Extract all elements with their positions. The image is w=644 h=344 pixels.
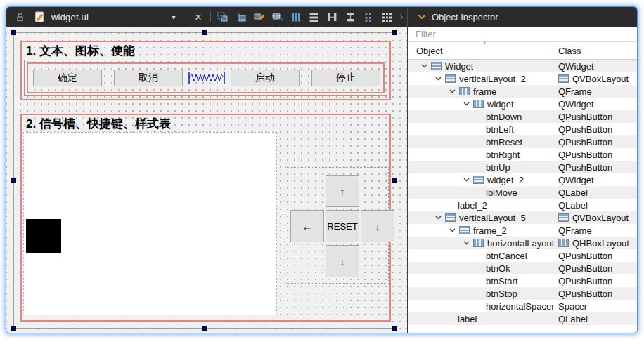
class-name: QPushButton xyxy=(558,263,612,274)
object-name: Widget xyxy=(445,61,473,72)
chevron-down-icon[interactable] xyxy=(431,77,445,81)
layout-horizontal-splitter-icon[interactable] xyxy=(326,11,339,23)
resize-handle[interactable] xyxy=(392,326,397,331)
object-class: QPushButton xyxy=(558,274,612,287)
btnRight[interactable]: ↓ xyxy=(361,210,394,242)
object-name: label_2 xyxy=(458,200,487,211)
btnUp[interactable]: ↑ xyxy=(326,175,359,207)
resize-handle[interactable] xyxy=(392,30,397,35)
chevron-down-icon[interactable] xyxy=(431,216,445,220)
chevron-down-icon[interactable] xyxy=(459,178,473,182)
tree-row-btnRight[interactable]: btnRightQPushButton xyxy=(408,148,637,161)
object-class: QFrame xyxy=(558,85,592,98)
btnReset[interactable]: RESET xyxy=(326,210,359,242)
object-class: QWidget xyxy=(558,60,594,72)
raise-widget-icon[interactable] xyxy=(234,11,247,23)
resize-handle[interactable] xyxy=(11,326,16,331)
tree-row-btnStart[interactable]: btnStartQPushButton xyxy=(408,274,637,287)
chevron-down-icon[interactable] xyxy=(459,102,473,106)
vbox-layout-icon xyxy=(558,213,569,222)
resize-handle[interactable] xyxy=(392,178,397,183)
tree-row-horizontalLayout[interactable]: horizontalLayoutQHBoxLayout xyxy=(408,237,637,249)
object-name: btnRight xyxy=(486,150,520,160)
layout-grid-icon[interactable] xyxy=(380,11,394,23)
tree-row-verticalLayout_5[interactable]: verticalLayout_5QVBoxLayout xyxy=(408,211,637,224)
btnDown[interactable]: ↓ xyxy=(326,245,359,277)
column-header-object[interactable]: Object xyxy=(416,46,443,56)
object-name: widget_2 xyxy=(487,175,524,185)
layout-form-icon[interactable] xyxy=(362,11,375,23)
chevron-down-icon[interactable] xyxy=(418,14,426,20)
titlebar-separator xyxy=(186,11,186,22)
class-name: QPushButton xyxy=(558,112,612,122)
edit-buddies-icon[interactable] xyxy=(252,11,266,23)
object-class: QVBoxLayout xyxy=(558,211,629,224)
btnLeft[interactable]: ← xyxy=(290,210,324,242)
column-header-class[interactable]: Class xyxy=(558,46,581,56)
tree-row-widget[interactable]: widgetQWidget xyxy=(408,98,637,110)
tree-row-label[interactable]: labelQLabel xyxy=(408,312,637,325)
filter-input[interactable] xyxy=(408,27,637,41)
tree-row-label_2[interactable]: label_2QLabel xyxy=(408,199,637,211)
tree-row-btnUp[interactable]: btnUpQPushButton xyxy=(408,161,637,173)
designer-window: widget.ui ▾ ✕ 123 xyxy=(6,6,638,333)
tree-row-Widget[interactable]: WidgetQWidget xyxy=(408,60,637,72)
class-name: QPushButton xyxy=(558,162,612,173)
column-divider[interactable] xyxy=(555,44,555,58)
send-to-back-icon[interactable] xyxy=(216,11,229,23)
layout-horizontal-icon[interactable] xyxy=(289,11,302,23)
object-name: btnStop xyxy=(486,289,517,299)
chevron-down-icon[interactable] xyxy=(417,64,431,68)
btnStart[interactable]: 启动 xyxy=(231,70,300,86)
object-name: verticalLayout_5 xyxy=(459,213,526,223)
resize-handle[interactable] xyxy=(202,30,207,35)
resize-handle[interactable] xyxy=(202,326,207,331)
class-name: QWidget xyxy=(558,99,594,110)
tree-row-frame_2[interactable]: frame_2QFrame xyxy=(408,224,637,237)
object-name: btnDown xyxy=(486,112,522,122)
resize-handle[interactable] xyxy=(11,178,16,183)
layout-vertical-splitter-icon[interactable] xyxy=(344,11,357,23)
btnStop[interactable]: 停止 xyxy=(311,70,380,86)
object-class: QVBoxLayout xyxy=(558,72,629,85)
object-class: QLabel xyxy=(558,312,588,325)
class-name: QWidget xyxy=(558,61,594,72)
tree-row-btnStop[interactable]: btnStopQPushButton xyxy=(408,287,637,300)
btnCancel[interactable]: 取消 xyxy=(114,70,183,86)
tree-row-frame[interactable]: frameQFrame xyxy=(408,85,637,98)
toolbar-overflow-chevron[interactable]: › xyxy=(400,12,403,22)
tree-row-btnReset[interactable]: btnResetQPushButton xyxy=(408,135,637,148)
tree-row-btnOk[interactable]: btnOkQPushButton xyxy=(408,262,637,274)
chevron-down-icon[interactable] xyxy=(445,228,459,232)
lblMove-black-square[interactable] xyxy=(26,219,61,253)
tree-row-horizontalSpacer[interactable]: horizontalSpacerSpacer xyxy=(408,300,637,312)
class-name: QLabel xyxy=(558,187,588,198)
section1-heading-label[interactable]: 1. 文本、图标、使能 xyxy=(26,43,135,59)
tree-row-btnCancel[interactable]: btnCancelQPushButton xyxy=(408,249,637,262)
layout-vertical-icon[interactable] xyxy=(307,11,321,23)
form-editor-canvas[interactable]: 1. 文本、图标、使能 确定取消启动停止 2. 信号槽、快捷键、样式表 ↑ ← … xyxy=(6,27,407,333)
vbox-layout-icon xyxy=(445,74,456,83)
widget-2-move-area[interactable] xyxy=(23,132,277,315)
close-icon[interactable]: ✕ xyxy=(191,10,205,24)
tree-row-verticalLayout_2[interactable]: verticalLayout_2QVBoxLayout xyxy=(408,72,637,85)
object-class: Spacer xyxy=(558,300,587,312)
tab-order-icon[interactable]: 123 xyxy=(271,11,284,23)
tab-title[interactable]: widget.ui xyxy=(51,12,89,22)
section2-heading-label[interactable]: 2. 信号槽、快捷键、样式表 xyxy=(26,116,171,132)
hbox-layout-icon xyxy=(459,87,470,95)
object-name: verticalLayout_2 xyxy=(459,74,526,84)
tree-row-btnLeft[interactable]: btnLeftQPushButton xyxy=(408,123,637,135)
tree-row-lblMove[interactable]: lblMoveQLabel xyxy=(408,186,637,199)
chevron-down-icon[interactable] xyxy=(445,89,459,93)
vbox-layout-icon xyxy=(558,74,569,83)
horizontal-spacer[interactable] xyxy=(188,70,226,86)
object-class: QPushButton xyxy=(558,287,612,300)
tree-row-btnDown[interactable]: btnDownQPushButton xyxy=(408,110,637,123)
vbox-layout-icon xyxy=(445,213,456,222)
resize-handle[interactable] xyxy=(11,30,16,35)
tree-row-widget_2[interactable]: widget_2QWidget xyxy=(408,173,637,186)
chevron-down-icon[interactable] xyxy=(459,241,473,245)
btnOk[interactable]: 确定 xyxy=(33,70,102,86)
tab-dropdown-caret[interactable]: ▾ xyxy=(167,10,181,24)
